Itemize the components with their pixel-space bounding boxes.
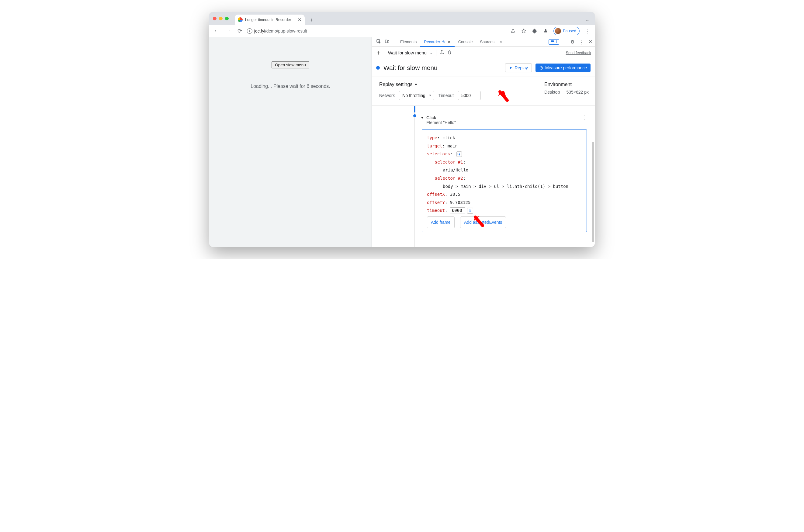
replay-settings: Replay settings ▼ Network No throttling … bbox=[372, 77, 595, 106]
forward-button: → bbox=[224, 27, 232, 35]
issues-badge[interactable]: 1 bbox=[548, 39, 559, 45]
svg-rect-1 bbox=[385, 40, 387, 42]
minimize-window-button[interactable] bbox=[219, 17, 223, 20]
site-info-icon[interactable]: i bbox=[247, 28, 253, 34]
step-timeout-input[interactable] bbox=[450, 207, 465, 213]
step-header[interactable]: ▼ Click Element "Hello" ⋮ bbox=[420, 109, 590, 125]
delete-icon[interactable] bbox=[447, 50, 452, 56]
flask-icon: ⚗ bbox=[442, 40, 445, 44]
selector-1-value: aria/Hello bbox=[443, 168, 468, 172]
recorder-toolbar: ＋ Wait for slow menu ⌄ Send feedback bbox=[372, 47, 595, 59]
delete-timeout-icon[interactable] bbox=[467, 208, 473, 214]
send-feedback-link[interactable]: Send feedback bbox=[566, 51, 591, 55]
step-title: Click bbox=[426, 115, 456, 120]
inspect-element-icon[interactable] bbox=[374, 39, 383, 45]
tab-elements[interactable]: Elements bbox=[396, 37, 420, 46]
recording-header: Wait for slow menu Replay Measure perfor… bbox=[372, 59, 595, 77]
steps-panel: ▼ Click Element "Hello" ⋮ type: click ta… bbox=[372, 106, 595, 247]
close-tab-button[interactable]: ✕ bbox=[298, 17, 302, 22]
chevron-down-icon: ▼ bbox=[414, 83, 417, 86]
close-devtools-button[interactable]: ✕ bbox=[588, 39, 592, 45]
new-tab-button[interactable]: ＋ bbox=[307, 16, 316, 24]
network-label: Network bbox=[379, 93, 395, 98]
tabs-menu-button[interactable]: ⌄ bbox=[583, 14, 592, 25]
step-menu-button[interactable]: ⋮ bbox=[581, 114, 587, 121]
content-area: Open slow menu Loading... Please wait fo… bbox=[209, 37, 595, 247]
step-details: type: click target: main selectors: sele… bbox=[422, 129, 587, 232]
devtools-tabs: Elements Recorder ⚗ ✕ Console Sources » … bbox=[372, 37, 595, 47]
timeline-line bbox=[414, 106, 415, 247]
avatar-icon bbox=[555, 28, 561, 34]
address-bar: ← → ⟳ i jec.fyi/demo/pup-slow-result Pau… bbox=[209, 25, 595, 37]
step-collapse-icon[interactable]: ▼ bbox=[420, 116, 424, 119]
labs-icon[interactable] bbox=[542, 28, 549, 34]
recording-select-label: Wait for slow menu bbox=[388, 50, 427, 55]
profile-status: Paused bbox=[563, 28, 576, 33]
tab-sources[interactable]: Sources bbox=[476, 37, 498, 46]
bookmark-icon[interactable] bbox=[521, 28, 527, 34]
reload-button[interactable]: ⟳ bbox=[235, 27, 244, 35]
add-frame-button[interactable]: Add frame bbox=[427, 216, 455, 228]
url-bar[interactable]: i jec.fyi/demo/pup-slow-result bbox=[247, 26, 507, 36]
replay-settings-title[interactable]: Replay settings ▼ bbox=[379, 82, 481, 87]
network-throttling-select[interactable]: No throttling bbox=[399, 91, 434, 100]
window-controls bbox=[213, 12, 235, 25]
new-recording-button[interactable]: ＋ bbox=[376, 49, 381, 57]
replay-button[interactable]: Replay bbox=[505, 63, 532, 72]
device-toolbar-icon[interactable] bbox=[383, 39, 391, 45]
extensions-icon[interactable] bbox=[531, 28, 538, 34]
timeline-dot-icon bbox=[413, 114, 416, 117]
tab-recorder[interactable]: Recorder ⚗ ✕ bbox=[420, 37, 454, 46]
close-panel-icon[interactable]: ✕ bbox=[447, 39, 451, 44]
url-path: /demo/pup-slow-result bbox=[265, 28, 307, 34]
share-icon[interactable] bbox=[510, 28, 516, 34]
svg-point-3 bbox=[540, 66, 542, 69]
more-tabs-icon[interactable]: » bbox=[498, 39, 504, 44]
url-host: jec.fyi bbox=[254, 28, 265, 34]
timeline-active-segment bbox=[414, 106, 415, 113]
tab-console[interactable]: Console bbox=[455, 37, 476, 46]
recording-name: Wait for slow menu bbox=[384, 64, 437, 72]
profile-chip[interactable]: Paused bbox=[554, 27, 580, 35]
selector-2-value: body > main > div > ul > li:nth-child(1)… bbox=[443, 184, 568, 189]
devtools-panel: Elements Recorder ⚗ ✕ Console Sources » … bbox=[372, 37, 595, 247]
open-slow-menu-button[interactable]: Open slow menu bbox=[272, 61, 309, 69]
timeout-input[interactable] bbox=[458, 91, 481, 100]
export-icon[interactable] bbox=[440, 50, 444, 56]
loading-text: Loading... Please wait for 6 seconds. bbox=[250, 83, 330, 89]
browser-menu-button[interactable]: ⋮ bbox=[584, 28, 592, 34]
page-viewport: Open slow menu Loading... Please wait fo… bbox=[209, 37, 372, 247]
recording-status-dot-icon bbox=[376, 66, 380, 70]
favicon-icon bbox=[238, 17, 243, 22]
tab-strip: Longer timeout in Recorder ✕ ＋ ⌄ bbox=[209, 12, 595, 25]
devtools-menu-button[interactable]: ⋮ bbox=[577, 39, 585, 45]
env-size: 535×622 px bbox=[563, 90, 589, 95]
environment-title: Environment bbox=[544, 82, 589, 87]
env-device: Desktop bbox=[544, 90, 560, 95]
measure-performance-button[interactable]: Measure performance bbox=[536, 63, 591, 72]
maximize-window-button[interactable] bbox=[225, 17, 229, 20]
back-button[interactable]: ← bbox=[212, 27, 221, 35]
timeout-label: Timeout bbox=[438, 93, 454, 98]
browser-window: Longer timeout in Recorder ✕ ＋ ⌄ ← → ⟳ i… bbox=[209, 12, 595, 247]
step-subtitle: Element "Hello" bbox=[426, 120, 456, 125]
svg-rect-2 bbox=[388, 40, 389, 42]
pick-selector-icon[interactable] bbox=[456, 151, 462, 157]
recording-select-chevron-icon[interactable]: ⌄ bbox=[430, 51, 433, 55]
browser-tab[interactable]: Longer timeout in Recorder ✕ bbox=[235, 15, 305, 25]
tab-title: Longer timeout in Recorder bbox=[245, 18, 291, 22]
settings-icon[interactable]: ⚙ bbox=[571, 39, 575, 45]
environment-panel: Environment Desktop 535×622 px bbox=[544, 82, 589, 95]
close-window-button[interactable] bbox=[213, 17, 217, 20]
add-asserted-events-button[interactable]: Add assertedEvents bbox=[460, 216, 506, 228]
